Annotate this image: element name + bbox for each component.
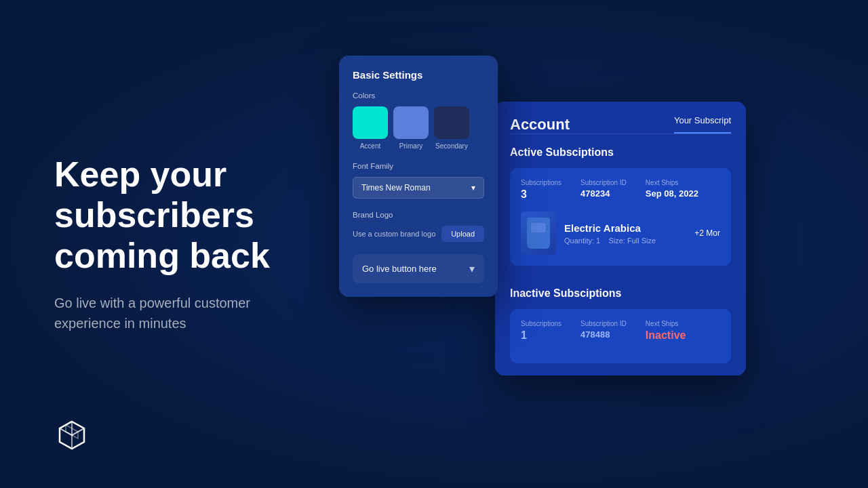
panel-title: Basic Settings <box>353 69 484 81</box>
account-header: Account Your Subscript <box>495 102 746 134</box>
inactive-subscription-id-stat: Subscription ID 478488 <box>580 320 627 342</box>
secondary-swatch-container[interactable]: Secondary <box>434 106 469 150</box>
accent-swatch-box <box>353 106 388 139</box>
primary-label: Primary <box>399 142 422 150</box>
product-details: Quantity: 1 Size: Full Size <box>564 237 686 245</box>
go-live-section[interactable]: Go live button here ▾ <box>353 254 484 283</box>
product-thumbnail <box>521 211 556 255</box>
font-value: Times New Roman <box>361 183 431 192</box>
font-family-label: Font Family <box>353 162 484 170</box>
next-ships-stat: Next Ships Sep 08, 2022 <box>646 179 698 201</box>
go-live-text: Go live button here <box>362 264 437 274</box>
inactive-stats-row: Subscriptions 1 Subscription ID 478488 N… <box>521 320 720 342</box>
inactive-next-ships-stat: Next Ships Inactive <box>646 320 686 342</box>
secondary-label: Secondary <box>435 142 468 150</box>
active-subscription-card: Subscriptions 3 Subscription ID 478234 N… <box>510 168 731 266</box>
next-ships-value: Sep 08, 2022 <box>646 188 698 199</box>
next-ships-label: Next Ships <box>646 179 698 186</box>
brand-logo-description: Use a custom brand logo <box>353 230 435 238</box>
font-family-section: Font Family Times New Roman ▾ <box>353 162 484 199</box>
inactive-next-ships-label: Next Ships <box>646 320 686 327</box>
inactive-subscriptions-stat-value: 1 <box>521 329 561 342</box>
active-subscriptions-heading: Active Subsciptions <box>510 146 731 159</box>
inactive-subscriptions-stat: Subscriptions 1 <box>521 320 561 342</box>
upload-button[interactable]: Upload <box>441 226 484 242</box>
left-section: Keep your subscribers coming back Go liv… <box>0 114 339 373</box>
subscriptions-stat-label: Subscriptions <box>521 179 561 186</box>
brand-logo-row: Use a custom brand logo Upload <box>353 226 484 242</box>
inactive-next-ships-value: Inactive <box>646 329 686 342</box>
product-name: Electric Arabica <box>564 222 686 234</box>
font-select-dropdown[interactable]: Times New Roman ▾ <box>353 177 484 199</box>
primary-swatch-box <box>393 106 429 139</box>
product-row: Electric Arabica Quantity: 1 Size: Full … <box>521 211 720 255</box>
right-section: Basic Settings Colors Accent Primary Sec… <box>339 0 868 488</box>
brand-logo-label: Brand Logo <box>353 211 484 219</box>
subscriptions-stat: Subscriptions 3 <box>521 179 561 201</box>
page-container: Keep your subscribers coming back Go liv… <box>0 0 868 488</box>
plus-more-label: +2 Mor <box>694 228 720 238</box>
product-size: Size: Full Size <box>608 237 656 245</box>
subscription-id-stat: Subscription ID 478234 <box>580 179 627 201</box>
inactive-subscription-id-label: Subscription ID <box>580 320 627 327</box>
active-subscriptions-section: Active Subsciptions Subscriptions 3 Subs… <box>495 134 746 287</box>
accent-label: Accent <box>360 142 381 150</box>
inactive-subscription-card: Subscriptions 1 Subscription ID 478488 N… <box>510 309 731 363</box>
accent-swatch-container[interactable]: Accent <box>353 106 388 150</box>
hero-title: Keep your subscribers coming back <box>54 155 298 276</box>
your-subscription-tab[interactable]: Your Subscript <box>674 115 731 134</box>
bottom-logo <box>54 418 90 455</box>
subscription-id-label: Subscription ID <box>580 179 627 186</box>
inactive-subscriptions-section: Inactive Subsciptions Subscriptions 1 Su… <box>495 287 746 375</box>
brand-logo-section: Brand Logo Use a custom brand logo Uploa… <box>353 211 484 242</box>
inactive-subscriptions-heading: Inactive Subsciptions <box>510 287 731 300</box>
inactive-subscriptions-stat-label: Subscriptions <box>521 320 561 327</box>
product-info: Electric Arabica Quantity: 1 Size: Full … <box>564 222 686 245</box>
colors-label: Colors <box>353 92 484 100</box>
primary-swatch-container[interactable]: Primary <box>393 106 429 150</box>
product-quantity: Quantity: 1 <box>564 237 600 245</box>
font-chevron-icon: ▾ <box>471 183 475 192</box>
account-title: Account <box>510 116 570 134</box>
hero-subtitle: Go live with a powerful customer experie… <box>54 293 298 333</box>
go-live-chevron-icon: ▾ <box>469 262 475 275</box>
account-panel: Account Your Subscript Active Subsciptio… <box>495 102 746 375</box>
subscriptions-stat-value: 3 <box>521 188 561 201</box>
inactive-subscription-id-value: 478488 <box>580 329 627 340</box>
active-stats-row: Subscriptions 3 Subscription ID 478234 N… <box>521 179 720 201</box>
colors-row: Accent Primary Secondary <box>353 106 484 150</box>
subscription-id-value: 478234 <box>580 188 627 199</box>
basic-settings-panel: Basic Settings Colors Accent Primary Sec… <box>339 56 498 297</box>
secondary-swatch-box <box>434 106 469 139</box>
brand-logo-icon <box>54 418 90 453</box>
coffee-bag-icon <box>527 218 550 249</box>
